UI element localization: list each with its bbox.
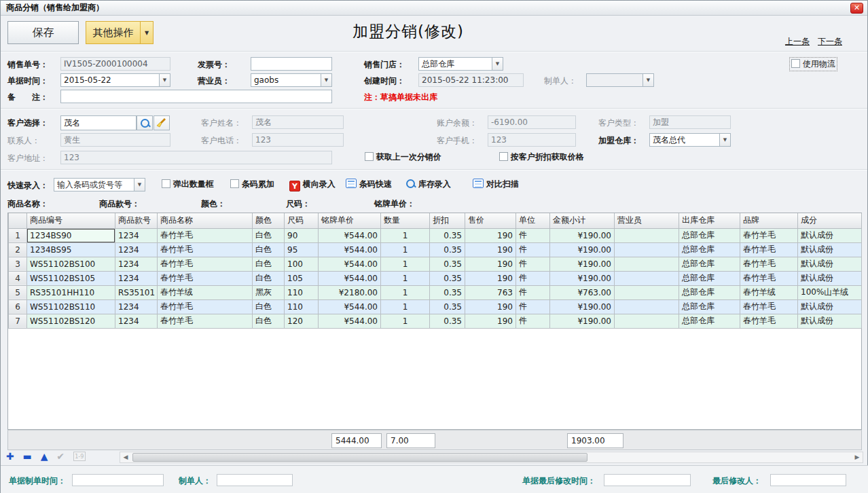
grid-cell[interactable]: ¥2180.00 <box>319 285 381 299</box>
table-row[interactable]: 11234BS901234春竹羊毛白色90¥544.0010.35190件¥19… <box>9 228 862 242</box>
grid-cell[interactable]: 1 <box>381 257 430 271</box>
grid-cell[interactable] <box>615 228 679 242</box>
grid-cell[interactable]: 110 <box>285 285 319 299</box>
grid-cell[interactable] <box>615 257 679 271</box>
grid-cell[interactable]: 春竹羊绒 <box>158 285 253 299</box>
store-select[interactable]: 总部仓库 ▼ <box>418 57 503 71</box>
grid-cell[interactable]: 190 <box>465 299 516 314</box>
customer-search-button[interactable] <box>137 115 153 130</box>
grid-cell[interactable]: 1 <box>9 228 27 242</box>
horizontal-scrollbar[interactable]: ◀ ▶ <box>120 452 863 463</box>
column-header[interactable]: 商品名称 <box>158 213 253 228</box>
by-discount-checkbox[interactable]: 按客户折扣获取价格 <box>499 151 584 163</box>
compare-scan-button[interactable]: 对比扫描 <box>473 179 519 190</box>
grid-cell[interactable]: 黑灰 <box>253 285 285 299</box>
grid-cell[interactable] <box>615 271 679 285</box>
grid-cell[interactable]: 1234 <box>115 299 158 314</box>
grid-cell[interactable]: 总部仓库 <box>679 228 740 242</box>
close-button[interactable]: ✕ <box>850 3 863 14</box>
grid-cell[interactable]: RS35101HH110 <box>27 285 115 299</box>
column-header[interactable]: 尺码 <box>285 213 319 228</box>
scrollbar-thumb[interactable] <box>132 453 587 462</box>
grid-cell[interactable]: ¥190.00 <box>550 271 615 285</box>
grid-cell[interactable]: 白色 <box>253 228 285 242</box>
grid-cell[interactable]: 190 <box>465 271 516 285</box>
grid-cell[interactable]: 1234 <box>115 257 158 271</box>
table-row[interactable]: 3WS51102BS1001234春竹羊毛白色100¥544.0010.3519… <box>9 257 862 271</box>
grid-cell[interactable]: 1234 <box>115 242 158 257</box>
grid-cell[interactable]: 件 <box>516 314 550 328</box>
grid-cell[interactable]: 100 <box>285 257 319 271</box>
scroll-left-icon[interactable]: ◀ <box>120 452 131 462</box>
grid-cell[interactable]: WS51102BS110 <box>27 299 115 314</box>
horizontal-entry-button[interactable]: Y 横向录入 <box>289 179 336 191</box>
grid-cell[interactable]: 春竹羊毛 <box>740 271 798 285</box>
grid-cell[interactable]: 春竹羊毛 <box>158 314 253 328</box>
grid-cell[interactable]: WS51102BS100 <box>27 257 115 271</box>
grid-cell[interactable]: 春竹羊毛 <box>158 242 253 257</box>
grid-cell[interactable]: 白色 <box>253 271 285 285</box>
column-header[interactable]: 品牌 <box>740 213 798 228</box>
customer-select-input[interactable]: 茂名 <box>60 115 137 130</box>
table-row[interactable]: 5RS35101HH110RS35101春竹羊绒黑灰110¥2180.0010.… <box>9 285 862 299</box>
column-header[interactable]: 铭牌单价 <box>319 213 381 228</box>
grid-cell[interactable]: ¥544.00 <box>319 257 381 271</box>
checkbox-icon[interactable] <box>230 179 239 188</box>
grid-cell[interactable]: 2 <box>9 242 27 257</box>
remark-input[interactable] <box>60 90 332 103</box>
grid-cell[interactable]: ¥544.00 <box>319 242 381 257</box>
grid-cell[interactable]: 190 <box>465 242 516 257</box>
grid-cell[interactable]: 0.35 <box>430 242 465 257</box>
grid-cell[interactable] <box>615 242 679 257</box>
column-header[interactable]: 营业员 <box>615 213 679 228</box>
grid-cell[interactable]: 0.35 <box>430 299 465 314</box>
grid-cell[interactable] <box>615 299 679 314</box>
grid-cell[interactable]: 90 <box>285 228 319 242</box>
grid-cell[interactable]: 白色 <box>253 257 285 271</box>
grid-cell[interactable]: 春竹羊毛 <box>158 228 253 242</box>
grid-cell[interactable]: 白色 <box>253 242 285 257</box>
grid-cell[interactable]: 120 <box>285 314 319 328</box>
grid-cell[interactable]: 1 <box>381 271 430 285</box>
checkbox-icon[interactable] <box>365 152 374 161</box>
grid-cell[interactable]: 190 <box>465 314 516 328</box>
column-header[interactable]: 售价 <box>465 213 516 228</box>
chevron-down-icon[interactable]: ▼ <box>719 133 731 147</box>
grid-cell[interactable]: 春竹羊绒 <box>740 285 798 299</box>
grid-cell[interactable]: RS35101 <box>115 285 158 299</box>
chevron-down-icon[interactable]: ▼ <box>492 57 503 71</box>
grid-cell[interactable]: ¥544.00 <box>319 314 381 328</box>
grid-cell[interactable]: ¥190.00 <box>550 242 615 257</box>
grid-cell[interactable]: 件 <box>516 299 550 314</box>
stock-entry-button[interactable]: 库存录入 <box>405 179 451 190</box>
grid-cell[interactable]: 默认成份 <box>798 314 862 328</box>
column-header[interactable] <box>9 213 27 228</box>
grid-cell[interactable]: 春竹羊毛 <box>740 242 798 257</box>
grid-cell[interactable]: 1 <box>381 314 430 328</box>
grid-cell[interactable]: 100%山羊绒 <box>798 285 862 299</box>
grid-cell[interactable]: 0.35 <box>430 314 465 328</box>
quick-entry-combo[interactable]: 输入条码或货号等 ▼ <box>54 178 145 191</box>
franchise-warehouse-select[interactable]: 茂名总代 ▼ <box>649 133 731 147</box>
next-record-link[interactable]: 下一条 <box>818 36 842 48</box>
column-header[interactable]: 商品编号 <box>27 213 115 228</box>
grid-cell[interactable]: ¥190.00 <box>550 299 615 314</box>
column-header[interactable]: 商品款号 <box>115 213 158 228</box>
grid-cell[interactable]: 春竹羊毛 <box>740 299 798 314</box>
grid-cell[interactable]: 190 <box>465 257 516 271</box>
grid-cell[interactable]: 春竹羊毛 <box>740 257 798 271</box>
grid-cell[interactable]: 7 <box>9 314 27 328</box>
grid-cell[interactable]: 总部仓库 <box>679 257 740 271</box>
grid-cell[interactable]: 0.35 <box>430 228 465 242</box>
grid-cell[interactable]: 件 <box>516 228 550 242</box>
popup-qty-checkbox[interactable]: 弹出数量框 <box>162 179 214 190</box>
checkbox-icon[interactable] <box>499 152 508 161</box>
grid-cell[interactable]: 1234BS90 <box>27 228 115 242</box>
grid-cell[interactable]: ¥190.00 <box>550 257 615 271</box>
grid-cell[interactable]: 总部仓库 <box>679 285 740 299</box>
invoice-no-input[interactable] <box>251 57 332 71</box>
column-header[interactable]: 颜色 <box>253 213 285 228</box>
grid-cell[interactable]: ¥190.00 <box>550 228 615 242</box>
grid-cell[interactable]: 0.35 <box>430 285 465 299</box>
grid-cell[interactable]: 春竹羊毛 <box>158 299 253 314</box>
